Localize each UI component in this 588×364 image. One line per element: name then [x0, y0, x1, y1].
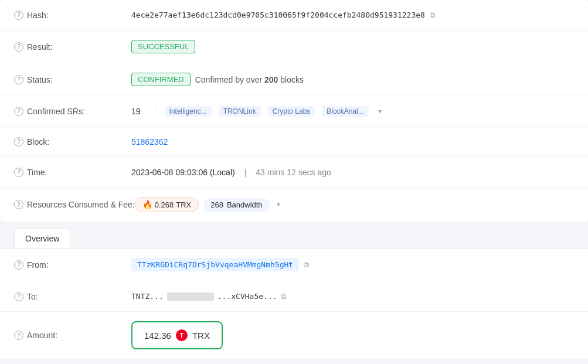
to-question-icon[interactable]: ?: [14, 292, 23, 301]
confirmed-srs-label-text: Confirmed SRs:: [27, 107, 85, 116]
to-label: ? To:: [14, 292, 131, 301]
from-copy-icon[interactable]: ⧉: [304, 260, 309, 270]
to-address-container: TNTZ... ...xCVHa5e... ⧉: [131, 292, 286, 301]
resources-row: ? Resources Consumed & Fee: 🔥 0.268 TRX …: [0, 188, 588, 222]
status-value-col: CONFIRMED Confirmed by over 200 blocks: [131, 73, 574, 86]
to-row: ? To: TNTZ... ...xCVHa5e... ⧉: [0, 281, 588, 312]
confirmed-srs-row: ? Confirmed SRs: 19 Intelligenc... TRONL…: [0, 96, 588, 127]
resources-label: ? Resources Consumed & Fee:: [14, 200, 135, 209]
time-row: ? Time: 2023-06-08 09:03:06 (Local) | 43…: [0, 157, 588, 188]
status-question-icon[interactable]: ?: [14, 75, 23, 84]
bandwidth-unit: Bandwidth: [227, 200, 263, 209]
amount-value: 142.36: [144, 331, 171, 341]
result-value-col: SUCCESSFUL: [131, 40, 574, 53]
from-address[interactable]: TTzKRGDiCRq7DrSjbVvqeaHVMmgNmh5gHt: [131, 258, 299, 271]
result-badge: SUCCESSFUL: [131, 40, 195, 53]
amount-label: ? Amount:: [14, 331, 131, 340]
from-value-col: TTzKRGDiCRq7DrSjbVvqeaHVMmgNmh5gHt ⧉: [131, 258, 574, 271]
status-description: Confirmed by over 200 blocks: [195, 75, 304, 84]
result-label-text: Result:: [27, 42, 53, 52]
status-confirmed-badge: CONFIRMED: [131, 73, 191, 86]
resources-chevron-icon[interactable]: ▾: [277, 200, 280, 209]
hash-row: ? Hash: 4ece2e77aef13e6dc123dcd0e9705c31…: [0, 0, 588, 30]
confirmed-srs-value-col: 19 Intelligenc... TRONLink Crypto Labs B…: [131, 106, 574, 117]
to-copy-icon[interactable]: ⧉: [281, 292, 286, 301]
overview-tab[interactable]: Overview: [14, 229, 70, 248]
status-label-text: Status:: [27, 75, 53, 84]
to-address-end: ...xCVHa5e...: [217, 292, 277, 301]
time-ago: 43 mins 12 secs ago: [256, 168, 331, 177]
block-number[interactable]: 51862362: [131, 137, 168, 147]
amount-question-icon[interactable]: ?: [14, 331, 23, 340]
to-label-text: To:: [27, 292, 38, 301]
time-separator: |: [244, 168, 247, 177]
bandwidth-amount: 268: [210, 200, 223, 209]
time-label-text: Time:: [27, 168, 47, 177]
sr-count: 19: [131, 107, 141, 116]
hash-value-col: 4ece2e77aef13e6dc123dcd0e9705c310065f9f2…: [131, 11, 574, 20]
sr-tag-2: TRONLink: [219, 106, 261, 117]
time-value-col: 2023-06-08 09:03:06 (Local) | 43 mins 12…: [131, 168, 574, 177]
sr-chevron-icon[interactable]: ▾: [378, 107, 382, 115]
status-row: ? Status: CONFIRMED Confirmed by over 20…: [0, 63, 588, 96]
to-address-redacted: [167, 292, 214, 301]
amount-value-col: 142.36 T TRX: [131, 321, 574, 349]
block-value-col: 51862362: [131, 137, 574, 147]
time-question-icon[interactable]: ?: [14, 168, 23, 177]
block-label: ? Block:: [14, 137, 131, 147]
time-label: ? Time:: [14, 168, 131, 177]
from-label: ? From:: [14, 260, 131, 270]
result-question-icon[interactable]: ?: [14, 42, 23, 52]
hash-label-text: Hash:: [27, 11, 49, 20]
fee-badge: 🔥 0.268 TRX: [135, 197, 199, 212]
to-value-col: TNTZ... ...xCVHa5e... ⧉: [131, 292, 574, 301]
amount-unit: TRX: [192, 331, 210, 341]
from-address-container: TTzKRGDiCRq7DrSjbVvqeaHVMmgNmh5gHt ⧉: [131, 258, 309, 271]
hash-label: ? Hash:: [14, 11, 131, 20]
hash-copy-icon[interactable]: ⧉: [430, 11, 435, 20]
sr-divider: [155, 107, 155, 116]
block-label-text: Block:: [27, 137, 49, 147]
trx-unit: TRX: [176, 200, 191, 209]
sr-tag-4: BlockAnal...: [322, 106, 368, 117]
from-question-icon[interactable]: ?: [14, 260, 23, 270]
overview-section: Overview ? From: TTzKRGDiCRq7DrSjbVvqeaH…: [0, 222, 588, 359]
result-row: ? Result: SUCCESSFUL: [0, 30, 588, 63]
from-label-text: From:: [27, 260, 49, 270]
hash-value: 4ece2e77aef13e6dc123dcd0e9705c310065f9f2…: [131, 11, 425, 19]
overview-card: ? From: TTzKRGDiCRq7DrSjbVvqeaHVMmgNmh5g…: [0, 248, 588, 359]
amount-label-text: Amount:: [27, 331, 57, 340]
result-label: ? Result:: [14, 42, 131, 52]
bandwidth-badge: 268 Bandwidth: [203, 198, 269, 212]
trx-amount: 0.268: [155, 200, 174, 209]
hash-question-icon[interactable]: ?: [14, 11, 23, 20]
time-local: 2023-06-08 09:03:06 (Local): [131, 168, 235, 177]
amount-row: ? Amount: 142.36 T TRX: [0, 312, 588, 359]
confirmed-srs-label: ? Confirmed SRs:: [14, 107, 131, 116]
resources-label-text: Resources Consumed & Fee:: [27, 200, 135, 209]
block-row: ? Block: 51862362: [0, 127, 588, 157]
status-label: ? Status:: [14, 75, 131, 84]
block-question-icon[interactable]: ?: [14, 137, 23, 147]
resources-value-col: 🔥 0.268 TRX 268 Bandwidth ▾: [135, 197, 574, 212]
to-address-start[interactable]: TNTZ...: [131, 292, 164, 301]
sr-tag-3: Crypto Labs: [268, 106, 315, 117]
from-row: ? From: TTzKRGDiCRq7DrSjbVvqeaHVMmgNmh5g…: [0, 249, 588, 281]
amount-box: 142.36 T TRX: [131, 321, 223, 349]
confirmed-srs-question-icon[interactable]: ?: [14, 107, 23, 116]
fire-icon: 🔥: [142, 200, 152, 209]
trx-logo-icon: T: [176, 329, 188, 341]
sr-tag-1: Intelligenc...: [165, 106, 212, 117]
resources-question-icon[interactable]: ?: [14, 200, 23, 209]
